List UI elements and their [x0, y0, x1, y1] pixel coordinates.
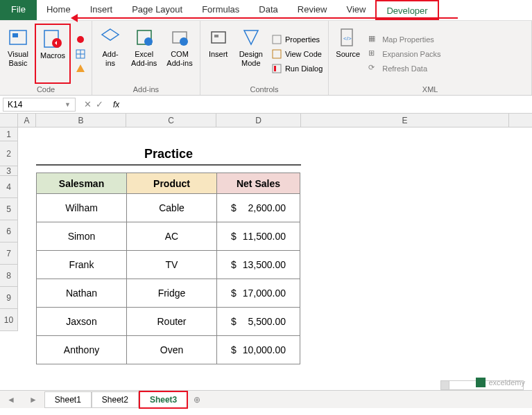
macros-icon: [42, 28, 64, 50]
cell-product[interactable]: Oven: [127, 336, 217, 364]
sheet-add-button[interactable]: ⊕: [188, 395, 206, 405]
row-header-6[interactable]: 6: [0, 220, 18, 242]
cancel-formula-button[interactable]: ✕: [84, 99, 92, 109]
row-header-10[interactable]: 10: [0, 309, 18, 331]
svg-rect-14: [214, 35, 218, 37]
cell-net-sales[interactable]: $17,000.00: [217, 279, 300, 308]
sheet-tab-3[interactable]: Sheet3: [139, 391, 188, 409]
macros-label: Macros: [40, 51, 65, 60]
group-label-code: Code: [3, 84, 89, 94]
cell-product[interactable]: Cable: [127, 194, 217, 222]
table-row: AnthonyOven$10,000.00: [37, 336, 300, 364]
sheet-tab-1[interactable]: Sheet1: [44, 391, 92, 408]
use-relative-button[interactable]: [72, 47, 89, 61]
col-header-c[interactable]: C: [126, 114, 216, 127]
fx-icon[interactable]: fx: [113, 100, 119, 109]
grid-icon: [75, 48, 86, 60]
addins-icon: [99, 26, 121, 48]
cells-area[interactable]: Practice Salesman Product Net Sales Wilh…: [18, 127, 532, 331]
chevron-down-icon: ▼: [65, 101, 71, 108]
cell-product[interactable]: Fridge: [127, 279, 217, 308]
addins-button[interactable]: Add- ins: [95, 24, 126, 84]
visual-basic-button[interactable]: Visual Basic: [3, 24, 33, 84]
row-header-2[interactable]: 2: [0, 141, 18, 166]
row-header-1[interactable]: 1: [0, 127, 18, 141]
tab-file[interactable]: File: [0, 0, 37, 20]
cell-salesman[interactable]: Jaxson: [37, 308, 127, 336]
cell-net-sales[interactable]: $10,000.00: [217, 336, 300, 364]
practice-table-wrap: Practice Salesman Product Net Sales Wilh…: [36, 147, 301, 364]
cell-net-sales[interactable]: $2,600.00: [217, 194, 300, 222]
map-properties-button: ▦Map Properties: [366, 33, 443, 46]
sheet-nav-next[interactable]: ►: [22, 395, 44, 405]
expansion-packs-button[interactable]: ⊞Expansion Packs: [366, 47, 443, 61]
row-header-7[interactable]: 7: [0, 242, 18, 265]
row-header-8[interactable]: 8: [0, 265, 18, 287]
table-row: JaxsonRouter$5,500.00: [37, 308, 300, 336]
record-macro-button[interactable]: [72, 33, 89, 46]
run-dialog-icon: [271, 63, 282, 74]
design-mode-label: Design Mode: [239, 50, 263, 68]
sheet-tab-2[interactable]: Sheet2: [92, 391, 139, 408]
code-small-buttons: [72, 24, 89, 84]
properties-icon: [271, 34, 282, 45]
controls-small-buttons: Properties View Code Run Dialog: [268, 24, 325, 84]
ribbon: Visual Basic Macros Code Add- ins Excel …: [0, 21, 532, 96]
cell-net-sales[interactable]: $13,500.00: [217, 251, 300, 279]
col-header-d[interactable]: D: [216, 114, 301, 127]
source-label: Source: [336, 50, 360, 59]
svg-marker-8: [102, 29, 119, 40]
cell-product[interactable]: TV: [127, 251, 217, 279]
svg-rect-17: [273, 64, 281, 73]
expansion-packs-icon: ⊞: [368, 48, 379, 60]
row-header-3[interactable]: 3: [0, 166, 18, 176]
cell-net-sales[interactable]: $11,500.00: [217, 222, 300, 251]
cell-salesman[interactable]: Nathan: [37, 279, 127, 308]
select-all-corner[interactable]: [0, 114, 18, 127]
cell-salesman[interactable]: Frank: [37, 251, 127, 279]
svg-point-12: [180, 37, 188, 46]
col-header-e[interactable]: E: [301, 114, 509, 127]
cell-product[interactable]: Router: [127, 308, 217, 336]
col-header-a[interactable]: A: [18, 114, 36, 127]
insert-button[interactable]: Insert: [203, 24, 234, 84]
svg-rect-16: [273, 50, 281, 58]
row-header-9[interactable]: 9: [0, 287, 18, 309]
col-header-b[interactable]: B: [36, 114, 126, 127]
sheet-nav-prev[interactable]: ◄: [0, 395, 22, 405]
group-label-xml: XML: [332, 84, 529, 94]
ribbon-group-addins: Add- ins Excel Add-ins COM Add-ins Add-i…: [92, 21, 200, 95]
cell-salesman[interactable]: Anthony: [37, 336, 127, 364]
svg-rect-1: [12, 33, 18, 37]
view-code-icon: [271, 48, 282, 60]
cell-product[interactable]: AC: [127, 222, 217, 251]
cell-net-sales[interactable]: $5,500.00: [217, 308, 300, 336]
accept-formula-button[interactable]: ✓: [96, 99, 103, 109]
macro-security-button[interactable]: [72, 62, 89, 76]
design-mode-button[interactable]: Design Mode: [235, 24, 267, 84]
com-addins-button[interactable]: COM Add-ins: [162, 24, 196, 84]
run-dialog-button[interactable]: Run Dialog: [268, 62, 325, 76]
macros-button[interactable]: Macros: [35, 24, 71, 84]
cell-salesman[interactable]: Wilham: [37, 194, 127, 222]
row-header-5[interactable]: 5: [0, 198, 18, 220]
refresh-data-button: ⟳Refresh Data: [366, 62, 443, 76]
excel-addins-button[interactable]: Excel Add-ins: [127, 24, 161, 84]
com-addins-icon: [169, 26, 191, 48]
formula-input[interactable]: [119, 100, 532, 109]
name-box[interactable]: K14 ▼: [3, 98, 76, 112]
source-button[interactable]: </> Source: [332, 24, 364, 84]
annotation-arrow: [76, 17, 458, 19]
ribbon-tabs: File Home Insert Page Layout Formulas Da…: [0, 0, 532, 21]
row-header-4[interactable]: 4: [0, 176, 18, 198]
svg-text:</>: </>: [343, 35, 352, 42]
table-row: FrankTV$13,500.00: [37, 251, 300, 279]
addins-label: Add- ins: [102, 50, 118, 68]
insert-controls-icon: [207, 26, 230, 48]
properties-button[interactable]: Properties: [268, 33, 325, 46]
visual-basic-label: Visual Basic: [8, 50, 28, 68]
com-addins-label: COM Add-ins: [166, 50, 192, 68]
cell-salesman[interactable]: Simon: [37, 222, 127, 251]
view-code-button[interactable]: View Code: [268, 47, 325, 61]
svg-point-10: [144, 37, 153, 46]
